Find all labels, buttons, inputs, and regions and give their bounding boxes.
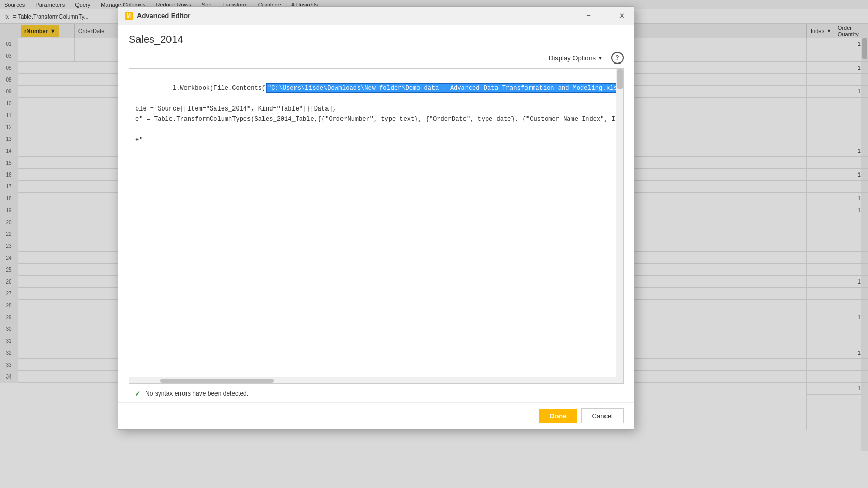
code-line-2: ble = Source{[Item="Sales_2014", Kind="T…: [131, 104, 621, 114]
code-line-1-prefix: l.Workbook(File.Contents(: [168, 85, 266, 92]
query-title: Sales_2014: [129, 34, 624, 45]
code-line-4: [131, 124, 621, 135]
code-line-1: l.Workbook(File.Contents("C:\Users\lisde…: [131, 73, 621, 104]
done-button[interactable]: Done: [539, 409, 577, 423]
code-editor-container[interactable]: l.Workbook(File.Contents("C:\Users\lisde…: [129, 68, 624, 384]
display-options-label: Display Options: [549, 54, 596, 62]
dialog-content: Sales_2014 Display Options ▼ ? l.Workboo…: [118, 25, 634, 402]
code-line-3: e" = Table.TransformColumnTypes(Sales_20…: [131, 114, 621, 124]
display-options-button[interactable]: Display Options ▼: [545, 52, 607, 64]
dialog-minimize-button[interactable]: −: [582, 10, 595, 22]
code-editor-hscrollbar-thumb[interactable]: [160, 379, 274, 383]
display-options-bar: Display Options ▼ ?: [129, 52, 624, 64]
dialog-icon: M: [125, 12, 133, 20]
status-text: No syntax errors have been detected.: [145, 390, 249, 397]
code-editor-hscrollbar[interactable]: [129, 377, 623, 383]
help-icon-label: ?: [615, 54, 619, 61]
dialog-titlebar: M Advanced Editor − □ ✕: [118, 7, 634, 25]
code-editor-vscrollbar[interactable]: [616, 69, 623, 383]
status-check-icon: ✓: [135, 389, 141, 398]
code-line-5: e": [131, 135, 621, 145]
advanced-editor-dialog: M Advanced Editor − □ ✕ Sales_2014 Displ…: [118, 6, 634, 430]
code-editor[interactable]: l.Workbook(File.Contents("C:\Users\lisde…: [129, 69, 623, 377]
dialog-footer: Done Cancel: [118, 402, 634, 429]
dialog-title-label: Advanced Editor: [137, 12, 578, 20]
dialog-status-bar: ✓ No syntax errors have been detected.: [129, 384, 624, 402]
code-line-1-selected: "C:\Users\lisde\Downloads\New folder\Dem…: [266, 83, 623, 93]
help-button[interactable]: ?: [611, 52, 624, 64]
code-editor-vscrollbar-thumb[interactable]: [617, 69, 623, 89]
cancel-button[interactable]: Cancel: [581, 408, 624, 423]
dialog-maximize-button[interactable]: □: [599, 10, 611, 22]
dialog-close-button[interactable]: ✕: [615, 10, 628, 22]
chevron-down-icon: ▼: [598, 55, 603, 61]
